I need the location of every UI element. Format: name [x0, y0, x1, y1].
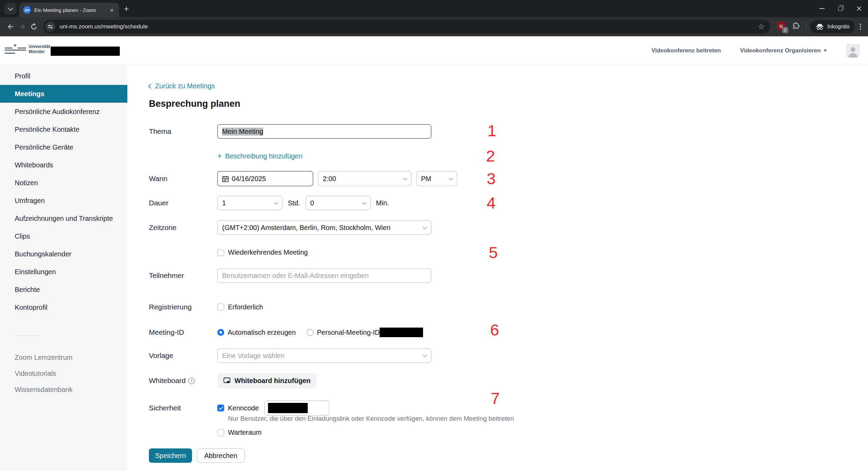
sidebar-item-geraete[interactable]: Persönliche Geräte — [0, 138, 127, 156]
redaction-block-personal-id — [380, 328, 423, 337]
timezone-value: (GMT+2:00) Amsterdam, Berlin, Rom, Stock… — [222, 224, 391, 232]
sidebar-item-wissensdatenbank[interactable]: Wissensdatenbank — [0, 382, 127, 398]
avatar[interactable] — [846, 44, 860, 58]
minimize-icon[interactable] — [819, 8, 825, 9]
meeting-id-personal-label: Personal-Meeting-ID — [317, 329, 380, 336]
university-logo-text: Universität Münster — [29, 44, 50, 54]
template-placeholder: Eine Vorlage wählen — [222, 352, 284, 360]
add-whiteboard-button[interactable]: Whiteboard hinzufügen — [217, 373, 317, 389]
university-logo[interactable]: Universität Münster — [5, 42, 50, 56]
tab-close-icon[interactable]: × — [108, 6, 115, 14]
sidebar-item-kontakte[interactable]: Persönliche Kontakte — [0, 120, 127, 138]
browser-menu-icon[interactable] — [860, 24, 861, 30]
waiting-room-checkbox[interactable] — [217, 429, 224, 436]
browser-toolbar: uni-ms.zoom.us/meeting/schedule ☆ U 2 In… — [0, 17, 868, 36]
dauer-row: Dauer 1 Std. 0 Min. — [149, 196, 394, 210]
chevron-left-icon — [148, 84, 153, 88]
thema-value: Mein Meeting — [222, 128, 263, 136]
sidebar-item-profil[interactable]: Profil — [0, 67, 127, 85]
info-icon[interactable]: i — [188, 378, 195, 384]
time-value: 2:00 — [323, 175, 336, 183]
save-button[interactable]: Speichern — [149, 448, 192, 463]
sidebar-item-videotutorials[interactable]: Videotutorials — [0, 366, 127, 382]
sidebar-item-umfragen[interactable]: Umfragen — [0, 192, 127, 209]
incognito-label: Inkognito — [827, 24, 850, 30]
plus-icon: + — [217, 152, 222, 161]
sicherheit-label: Sicherheit — [149, 404, 217, 412]
site-header: Universität Münster Videokonferenz beitr… — [0, 36, 868, 65]
back-icon[interactable] — [5, 21, 16, 33]
time-select[interactable]: 2:00 — [318, 171, 411, 186]
cancel-button[interactable]: Abbrechen — [197, 448, 245, 463]
host-meeting-link[interactable]: Videokonferenz Organisieren — [740, 47, 827, 54]
add-description-link[interactable]: + Beschreibung hinzufügen — [217, 152, 303, 161]
passcode-input[interactable] — [264, 400, 329, 416]
template-select[interactable]: Eine Vorlage wählen — [217, 348, 431, 363]
bookmark-star-icon[interactable]: ☆ — [758, 22, 765, 31]
sidebar-item-einstellungen[interactable]: Einstellungen — [0, 263, 127, 281]
minutes-select[interactable]: 0 — [306, 196, 371, 210]
tab-search-button[interactable] — [4, 3, 16, 15]
join-meeting-link[interactable]: Videokonferenz beitreten — [651, 47, 721, 54]
calendar-icon — [222, 176, 229, 182]
close-icon[interactable] — [856, 6, 862, 11]
reload-icon[interactable] — [28, 21, 40, 33]
sidebar-item-clips[interactable]: Clips — [0, 227, 127, 245]
sidebar: Profil Meetings Persönliche Audiokonfere… — [0, 65, 127, 471]
thema-input[interactable]: Mein Meeting — [217, 124, 431, 139]
sidebar-divider — [15, 335, 40, 336]
sidebar-item-whiteboards[interactable]: Whiteboards — [0, 156, 127, 174]
annotation-4: 4 — [487, 195, 496, 211]
wann-row: Wann 04/16/2025 2:00 PM — [149, 171, 457, 186]
main-content: Zurück zu Meetings Besprechung planen Th… — [127, 65, 868, 471]
hours-select[interactable]: 1 — [217, 196, 282, 210]
restore-icon[interactable] — [838, 7, 843, 11]
chevron-down-icon — [274, 200, 278, 205]
chevron-down-icon — [403, 176, 407, 180]
sidebar-item-lernzentrum[interactable]: Zoom Lernzentrum — [0, 349, 127, 366]
passcode-label: Kenncode — [228, 404, 259, 412]
meeting-id-auto-label: Automatisch erzeugen — [228, 329, 296, 336]
page-title: Besprechung planen — [149, 99, 240, 109]
adblock-extension-icon[interactable]: U 2 — [777, 22, 786, 32]
passcode-checkbox[interactable] — [217, 405, 224, 411]
sidebar-item-buchungskalender[interactable]: Buchungskalender — [0, 245, 127, 263]
new-tab-button[interactable]: + — [124, 4, 129, 13]
date-input[interactable]: 04/16/2025 — [217, 171, 313, 186]
url-text[interactable]: uni-ms.zoom.us/meeting/schedule — [60, 23, 148, 30]
ampm-select[interactable]: PM — [416, 171, 457, 186]
sidebar-item-aufzeichnungen[interactable]: Aufzeichnungen und Transkripte — [0, 209, 127, 227]
recurring-checkbox[interactable] — [217, 249, 224, 256]
sidebar-item-kontoprofil[interactable]: Kontoprofil — [0, 298, 127, 316]
chevron-down-icon — [8, 5, 13, 11]
attendees-input[interactable] — [217, 268, 431, 283]
sidebar-item-meetings[interactable]: Meetings — [0, 85, 127, 103]
url-bar[interactable]: uni-ms.zoom.us/meeting/schedule ☆ — [43, 20, 770, 34]
back-to-meetings-link[interactable]: Zurück zu Meetings — [149, 82, 215, 90]
thema-row: Thema Mein Meeting — [149, 124, 431, 139]
sidebar-item-berichte[interactable]: Berichte — [0, 281, 127, 298]
sidebar-item-notizen[interactable]: Notizen — [0, 174, 127, 192]
sicherheit-row: Sicherheit Kenncode — [149, 400, 329, 416]
zoom-favicon-icon: zm — [23, 6, 31, 14]
annotation-6: 6 — [490, 322, 499, 338]
registration-checkbox[interactable] — [217, 304, 224, 310]
annotation-3: 3 — [487, 170, 496, 187]
timezone-select[interactable]: (GMT+2:00) Amsterdam, Berlin, Rom, Stock… — [217, 220, 431, 235]
extensions-puzzle-icon[interactable] — [792, 22, 800, 31]
minutes-value: 0 — [310, 199, 314, 207]
caret-down-icon — [824, 50, 827, 52]
chevron-down-icon — [449, 176, 453, 180]
whiteboard-icon — [224, 378, 230, 384]
sidebar-item-audiokonferenz[interactable]: Persönliche Audiokonferenz — [0, 103, 127, 120]
forward-icon[interactable] — [16, 21, 28, 33]
annotation-7: 7 — [491, 390, 500, 406]
recurring-label: Wiederkehrendes Meeting — [228, 249, 308, 256]
site-info-icon[interactable] — [45, 22, 55, 32]
meeting-id-auto-radio[interactable] — [217, 329, 224, 336]
chevron-down-icon — [362, 200, 367, 205]
zeitzone-row: Zeitzone (GMT+2:00) Amsterdam, Berlin, R… — [149, 220, 431, 235]
meeting-id-personal-radio[interactable] — [307, 329, 314, 336]
chevron-down-icon — [423, 353, 427, 357]
browser-tab[interactable]: zm Ein Meeting planen - Zoom × — [19, 3, 119, 17]
